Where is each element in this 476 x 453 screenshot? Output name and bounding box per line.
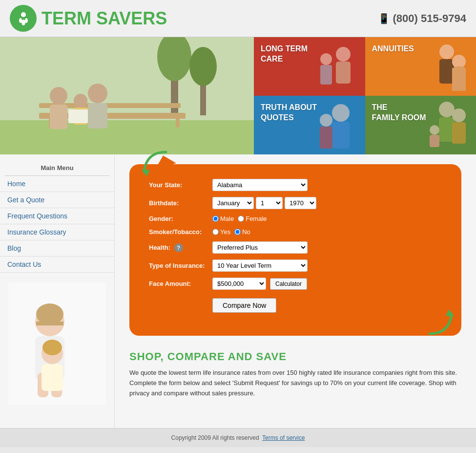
gender-female-option[interactable]: Female	[238, 215, 267, 222]
svg-marker-49	[446, 309, 454, 317]
arrow-bottom-right	[422, 304, 456, 338]
svg-rect-24	[320, 65, 332, 85]
sidebar-item-faq[interactable]: Frequent Questions	[0, 208, 114, 224]
svg-point-23	[320, 53, 332, 65]
footer-copyright: Copyright 2009 All rights reserved	[171, 434, 259, 441]
tile-longterm[interactable]: LONG TERMCARE	[254, 37, 365, 96]
health-help-icon[interactable]: ?	[174, 243, 183, 252]
sidebar-menu-title: Main Menu	[0, 159, 114, 175]
tile-truth-label: TRUTH ABOUTQUOTES	[261, 103, 317, 123]
shop-body: We quote the lowest term life insurance …	[129, 368, 461, 398]
form-gender-row: Gender: Male Female	[149, 215, 442, 222]
svg-rect-31	[320, 127, 332, 149]
svg-rect-5	[0, 120, 254, 154]
shop-section: SHOP, COMPARE AND SAVE We quote the lowe…	[129, 350, 461, 398]
svg-rect-26	[439, 59, 454, 84]
svg-point-0	[21, 12, 26, 17]
svg-point-47	[42, 340, 62, 355]
sidebar-item-contact[interactable]: Contact Us	[0, 257, 114, 273]
svg-rect-41	[36, 322, 63, 325]
tile-longterm-label: LONG TERMCARE	[261, 44, 308, 65]
svg-rect-17	[88, 103, 107, 129]
logo-area: TERM SAVERS	[10, 5, 167, 32]
svg-point-14	[50, 87, 67, 105]
form-insurance-type-row: Type of Insurance: 10 Year Level Term 15…	[149, 259, 442, 272]
site-header: TERM SAVERS 📱 (800) 515-9794	[0, 0, 476, 37]
svg-rect-12	[176, 113, 180, 128]
svg-point-34	[452, 108, 466, 122]
tile-truth[interactable]: TRUTH ABOUTQUOTES	[254, 96, 365, 154]
phone-icon: 📱	[378, 13, 390, 24]
insurance-type-select[interactable]: 10 Year Level Term 15 Year Level Term 20…	[212, 259, 308, 272]
health-label-text: Health:	[149, 244, 170, 251]
hero-banner: LONG TERMCARE ANNUITIES TRUTH ABOUTQUOTE…	[0, 37, 476, 154]
sidebar-image	[0, 282, 114, 405]
birth-day-select[interactable]: 12345 678910 152025283031	[256, 197, 283, 209]
sidebar-item-glossary[interactable]: Insurance Glossary	[0, 224, 114, 240]
svg-point-36	[430, 125, 439, 135]
birthdate-label: Birthdate:	[149, 199, 212, 207]
gender-male-option[interactable]: Male	[212, 215, 234, 222]
form-birthdate-row: Birthdate: JanuaryFebruaryMarch AprilMay…	[149, 197, 442, 209]
phone-number: (800) 515-9794	[393, 12, 466, 25]
svg-rect-29	[332, 122, 350, 149]
calculator-button[interactable]: Calculator	[270, 278, 307, 290]
smoker-label: Smoker/Tobacco:	[149, 228, 212, 236]
smoker-no-option[interactable]: No	[234, 228, 250, 236]
svg-rect-15	[50, 105, 67, 129]
tile-annuities[interactable]: ANNUITIES	[365, 37, 476, 96]
form-smoker-row: Smoker/Tobacco: Yes No	[149, 228, 442, 236]
form-state-row: Your State: Alabama Alaska Arizona Calif…	[149, 179, 442, 191]
svg-rect-35	[452, 122, 466, 144]
logo-text: TERM SAVERS	[41, 8, 167, 29]
tile-annuities-label: ANNUITIES	[372, 44, 414, 54]
smoker-yes-radio[interactable]	[212, 229, 219, 235]
svg-point-25	[439, 44, 454, 59]
svg-rect-22	[336, 62, 351, 84]
shop-heading: SHOP, COMPARE AND SAVE	[129, 350, 461, 363]
logo-savers: SAVERS	[91, 8, 167, 28]
logo-icon	[10, 5, 37, 32]
health-select[interactable]: Preferred Plus Preferred Standard Plus S…	[212, 241, 308, 254]
smoker-yes-option[interactable]: Yes	[212, 228, 230, 236]
svg-point-21	[336, 47, 351, 62]
content-area: Your State: Alabama Alaska Arizona Calif…	[115, 154, 476, 428]
tile-family[interactable]: THEFAMILY ROOM	[365, 96, 476, 154]
health-label: Health: ?	[149, 243, 212, 252]
smoker-radio-group: Yes No	[212, 228, 250, 236]
sidebar-item-home[interactable]: Home	[0, 176, 114, 192]
state-select[interactable]: Alabama Alaska Arizona California Colora…	[212, 179, 308, 191]
footer-tos-link[interactable]: Terms of service	[262, 434, 305, 441]
compare-button[interactable]: Compare Now	[212, 298, 276, 313]
svg-rect-46	[41, 364, 63, 391]
svg-point-9	[189, 47, 217, 86]
face-amount-select[interactable]: $100,000 $250,000 $500,000 $750,000 $1,0…	[212, 278, 266, 290]
logo-term: TERM	[41, 8, 91, 28]
sidebar: Main Menu Home Get a Quote Frequent Ques…	[0, 154, 115, 428]
birth-month-select[interactable]: JanuaryFebruaryMarch AprilMayJune JulyAu…	[212, 197, 254, 209]
state-label: Your State:	[149, 181, 212, 189]
birth-year-select[interactable]: 1970196519601955 1975198019851990	[285, 197, 316, 209]
main-content: Main Menu Home Get a Quote Frequent Ques…	[0, 154, 476, 428]
gender-female-radio[interactable]	[238, 216, 244, 222]
face-amount-label: Face Amount:	[149, 280, 212, 287]
arrow-top-left	[139, 150, 173, 181]
gender-label: Gender:	[149, 215, 212, 222]
phone-area: 📱 (800) 515-9794	[378, 12, 466, 25]
hero-family-image	[0, 37, 254, 154]
site-footer: Copyright 2009 All rights reserved Terms…	[0, 428, 476, 447]
svg-point-28	[332, 104, 350, 122]
hero-tiles: LONG TERMCARE ANNUITIES TRUTH ABOUTQUOTE…	[254, 37, 476, 154]
form-face-amount-row: Face Amount: $100,000 $250,000 $500,000 …	[149, 278, 442, 290]
gender-radio-group: Male Female	[212, 215, 267, 222]
svg-point-18	[74, 94, 87, 108]
tile-family-label: THEFAMILY ROOM	[372, 103, 426, 123]
svg-rect-20	[68, 109, 88, 123]
sidebar-item-blog[interactable]: Blog	[0, 240, 114, 257]
form-compare-row: Compare Now	[212, 296, 442, 313]
gender-male-radio[interactable]	[212, 216, 219, 222]
sidebar-item-get-quote[interactable]: Get a Quote	[0, 192, 114, 208]
sidebar-family-picture	[8, 282, 106, 405]
svg-point-16	[88, 84, 107, 103]
smoker-no-radio[interactable]	[234, 229, 241, 235]
